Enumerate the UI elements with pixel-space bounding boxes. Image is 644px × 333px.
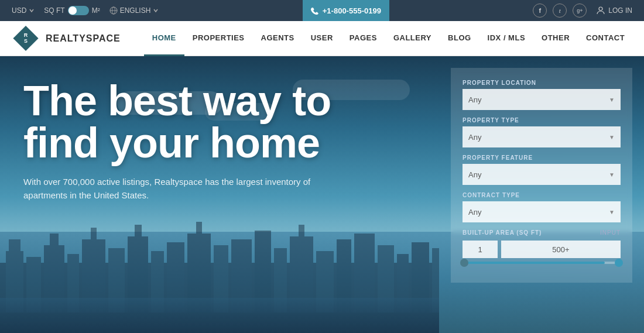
type-label: PROPERTY TYPE (463, 117, 621, 123)
nav-links: HOME PROPERTIES AGENTS USER PAGES GALLER… (144, 21, 633, 56)
location-select[interactable]: Any Downtown Uptown Suburbs (463, 89, 621, 110)
location-label: PROPERTY LOCATION (463, 80, 621, 86)
hero-subtitle: With over 700,000 active listings, Realt… (23, 176, 351, 202)
phone-area: +1-800-555-0199 (303, 0, 389, 21)
globe-icon (109, 6, 118, 15)
googleplus-icon[interactable]: g+ (573, 4, 587, 18)
nav-home[interactable]: HOME (144, 21, 184, 56)
hero-section: The best way to find your home With over… (0, 56, 644, 333)
area-slider-fill (463, 262, 605, 264)
facebook-icon[interactable]: f (533, 4, 547, 18)
social-icons: f t g+ (533, 4, 587, 18)
logo-diamond: R S (12, 25, 40, 53)
type-select-wrapper: Any House Apartment Commercial Land ▼ (463, 126, 621, 147)
contract-select[interactable]: Any For Sale For Rent (463, 201, 621, 222)
lang-arrow-icon (153, 8, 159, 13)
phone-icon (311, 6, 319, 15)
svg-point-3 (599, 7, 602, 11)
twitter-icon[interactable]: t (553, 4, 567, 18)
svg-rect-15 (135, 225, 142, 236)
nav-bar: R S REALTYSPACE HOME PROPERTIES AGENTS U… (0, 21, 644, 56)
nav-pages[interactable]: PAGES (341, 21, 385, 56)
currency-toggle[interactable]: USD (12, 6, 35, 15)
nav-gallery[interactable]: GALLERY (385, 21, 440, 56)
nav-idx-mls[interactable]: IDX / MLS (479, 21, 533, 56)
unit2-label: M² (92, 6, 100, 15)
area-max-input[interactable] (501, 241, 621, 258)
brand-name: REALTYSPACE (46, 33, 121, 44)
area-inputs (463, 241, 621, 258)
language-selector[interactable]: ENGLISH (109, 6, 159, 15)
currency-label: USD (12, 6, 26, 15)
location-field: PROPERTY LOCATION Any Downtown Uptown Su… (463, 80, 621, 110)
svg-rect-25 (299, 225, 304, 236)
logo[interactable]: R S REALTYSPACE (12, 25, 121, 53)
feature-label: PROPERTY FEATURE (463, 155, 621, 161)
area-input-label: INPUT (600, 229, 621, 236)
nav-properties[interactable]: PROPERTIES (184, 21, 253, 56)
area-field: BUILT-UP AREA (SQ FT) INPUT (463, 229, 621, 264)
nav-other[interactable]: OTHER (533, 21, 578, 56)
unit-toggle[interactable]: SQ FT M² (44, 6, 100, 15)
top-bar-left: USD SQ FT M² ENGLISH (12, 6, 159, 15)
feature-select[interactable]: Any Pool Garden Garage (463, 164, 621, 185)
area-min-input[interactable] (463, 241, 498, 258)
nav-blog[interactable]: BLOG (440, 21, 479, 56)
svg-rect-9 (50, 234, 59, 245)
search-panel: PROPERTY LOCATION Any Downtown Uptown Su… (451, 68, 632, 283)
toggle-knob (68, 6, 77, 15)
nav-contact[interactable]: CONTACT (578, 21, 633, 56)
language-label: ENGLISH (120, 6, 151, 15)
water-reflection (0, 298, 439, 333)
svg-rect-19 (196, 222, 202, 234)
area-slider-thumb-min[interactable] (460, 259, 468, 267)
nav-agents[interactable]: AGENTS (253, 21, 303, 56)
contract-select-wrapper: Any For Sale For Rent ▼ (463, 201, 621, 222)
area-label: BUILT-UP AREA (SQ FT) (463, 229, 542, 236)
svg-rect-6 (9, 239, 20, 251)
login-label: LOG IN (608, 6, 632, 15)
unit-switch[interactable] (68, 6, 89, 15)
top-bar-right: f t g+ LOG IN (533, 4, 632, 18)
area-slider-thumb-max[interactable] (615, 259, 623, 267)
location-select-wrapper: Any Downtown Uptown Suburbs ▼ (463, 89, 621, 110)
unit1-label: SQ FT (44, 6, 64, 15)
nav-user[interactable]: USER (303, 21, 341, 56)
contract-label: CONTRACT TYPE (463, 192, 621, 198)
top-bar: USD SQ FT M² ENGLISH +1-800-555-0199 (0, 0, 644, 21)
user-icon (596, 6, 605, 15)
area-header-row: BUILT-UP AREA (SQ FT) INPUT (463, 229, 621, 236)
contract-field: CONTRACT TYPE Any For Sale For Rent ▼ (463, 192, 621, 222)
feature-field: PROPERTY FEATURE Any Pool Garden Garage … (463, 155, 621, 185)
hero-title: The best way to find your home (23, 80, 386, 164)
phone-number: +1-800-555-0199 (323, 6, 381, 15)
feature-select-wrapper: Any Pool Garden Garage ▼ (463, 164, 621, 185)
area-slider-track (463, 262, 621, 264)
currency-arrow-icon (29, 8, 35, 13)
svg-rect-12 (91, 228, 97, 239)
login-button[interactable]: LOG IN (596, 6, 632, 15)
type-field: PROPERTY TYPE Any House Apartment Commer… (463, 117, 621, 147)
type-select[interactable]: Any House Apartment Commercial Land (463, 126, 621, 147)
hero-content: The best way to find your home With over… (0, 56, 410, 202)
